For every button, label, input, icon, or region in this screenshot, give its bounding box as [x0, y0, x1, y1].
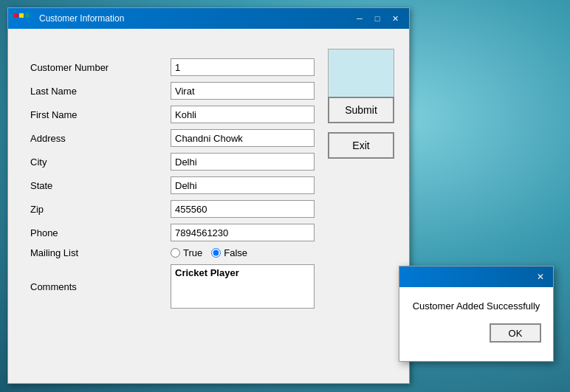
last-name-input[interactable] [171, 82, 315, 100]
city-label: City [30, 157, 163, 168]
close-button[interactable]: ✕ [387, 12, 403, 25]
comments-label: Comments [30, 281, 163, 292]
mailing-false-label: False [224, 247, 247, 258]
title-bar-left: Customer Information [14, 13, 124, 24]
last-name-label: Last Name [30, 86, 163, 97]
phone-input[interactable] [171, 224, 315, 241]
dialog-message: Customer Added Successfully [413, 300, 540, 312]
maximize-button[interactable]: □ [369, 12, 385, 25]
first-name-input[interactable] [171, 106, 315, 123]
dialog-close-button[interactable]: ✕ [532, 270, 549, 283]
mailing-true-item: True [171, 247, 202, 258]
window-title: Customer Information [39, 13, 124, 24]
dialog-title-bar: ✕ [399, 267, 553, 287]
mailing-list-label: Mailing List [30, 247, 163, 258]
submit-button[interactable]: Submit [328, 97, 394, 123]
title-buttons: ─ □ ✕ [351, 12, 403, 25]
zip-input[interactable] [171, 200, 315, 218]
comments-textarea[interactable]: Cricket Player [171, 264, 315, 309]
address-input[interactable] [171, 129, 315, 147]
main-window: Customer Information ─ □ ✕ Customer Numb… [7, 7, 410, 384]
city-input[interactable] [171, 153, 315, 171]
dialog-content: Customer Added Successfully OK [399, 287, 553, 351]
customer-number-input[interactable] [171, 58, 315, 76]
phone-label: Phone [30, 227, 163, 238]
mailing-false-radio[interactable] [211, 248, 221, 258]
mailing-true-label: True [183, 247, 202, 258]
first-name-label: First Name [30, 109, 163, 120]
dialog-box: ✕ Customer Added Successfully OK [399, 266, 554, 362]
mailing-true-radio[interactable] [171, 248, 180, 258]
app-icon [14, 13, 35, 24]
state-label: State [30, 180, 163, 191]
state-input[interactable] [171, 176, 315, 194]
title-bar: Customer Information ─ □ ✕ [8, 8, 409, 29]
right-buttons: Submit Exit [328, 97, 394, 159]
customer-number-label: Customer Number [30, 62, 163, 73]
exit-button[interactable]: Exit [328, 132, 394, 159]
zip-label: Zip [30, 204, 163, 215]
mailing-list-radio-group: True False [171, 247, 315, 258]
minimize-button[interactable]: ─ [351, 12, 368, 25]
image-area [328, 49, 394, 100]
mailing-false-item: False [211, 247, 247, 258]
dialog-ok-button[interactable]: OK [490, 323, 541, 343]
address-label: Address [30, 133, 163, 144]
